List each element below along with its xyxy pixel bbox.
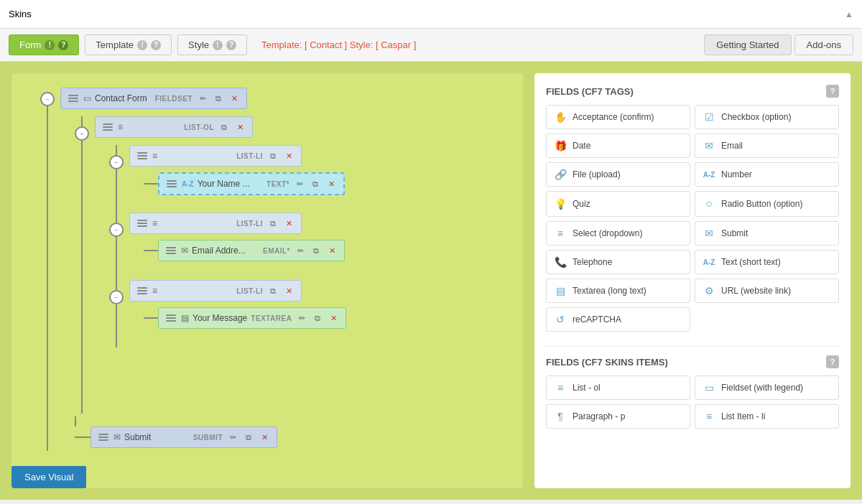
template-info-icon[interactable]: ! <box>137 40 147 50</box>
list-li3-copy-icon[interactable]: ⧉ <box>267 284 279 297</box>
email-close-icon[interactable]: ✕ <box>325 244 338 257</box>
collapse-arrow[interactable]: ▲ <box>845 9 853 19</box>
canvas-scroll[interactable]: − ▭ Contact Form FIELDSET ✏ <box>11 73 523 488</box>
skins-list-item[interactable]: ≡ List Item - li <box>695 404 839 429</box>
list-li2-copy-icon[interactable]: ⧉ <box>267 217 279 230</box>
cf7-tags-help[interactable]: ? <box>826 85 839 98</box>
list-li1-drag[interactable] <box>136 151 149 161</box>
template-help-icon[interactable]: ? <box>151 40 161 50</box>
submit-drag[interactable] <box>97 432 110 442</box>
field-recaptcha[interactable]: ↺ reCAPTCHA <box>546 307 690 332</box>
select-icon: ≡ <box>554 228 567 239</box>
skins-fieldset-icon: ▭ <box>703 382 715 393</box>
submit-copy-icon[interactable]: ⧉ <box>242 431 255 444</box>
root-connector: − <box>40 92 55 106</box>
list-li1-copy-icon[interactable]: ⧉ <box>267 149 279 162</box>
textarea-drag[interactable] <box>164 313 177 323</box>
field-submit[interactable]: ✉ Submit <box>695 221 839 246</box>
list-li1-icon: ≡ <box>152 151 157 161</box>
cf7-tags-section: FIELDS (CF7 TAGS) ? ✋ Acceptance (confir… <box>546 85 839 332</box>
fieldset-label: Contact Form <box>95 93 152 103</box>
fieldset-drag[interactable] <box>67 93 80 103</box>
cf7-tags-title: FIELDS (CF7 TAGS) ? <box>546 85 839 98</box>
list-li2-tag: LIST-LI <box>236 220 263 228</box>
skins-fieldset-label: Fieldset (with legend) <box>721 383 803 393</box>
tab-form[interactable]: Form ! ? <box>9 34 79 55</box>
file-icon: 🔗 <box>554 169 567 180</box>
fieldset-edit-icon[interactable]: ✏ <box>196 92 209 105</box>
tab-template[interactable]: Template ! ? <box>85 34 172 55</box>
field-acceptance[interactable]: ✋ Acceptance (confirm) <box>546 105 690 129</box>
your-name-edit-icon[interactable]: ✏ <box>293 177 306 190</box>
list-ol-close-icon[interactable]: ✕ <box>233 121 246 134</box>
submit-edit-icon[interactable]: ✏ <box>226 431 239 444</box>
add-ons-button[interactable]: Add-ons <box>794 34 853 55</box>
email-copy-icon[interactable]: ⧉ <box>310 244 323 257</box>
getting-started-button[interactable]: Getting Started <box>704 34 791 55</box>
list-ol-drag[interactable] <box>101 122 114 132</box>
your-name-copy-icon[interactable]: ⧉ <box>309 177 322 190</box>
list-li2-connector: − <box>109 223 124 237</box>
list-ol-copy-icon[interactable]: ⧉ <box>218 121 231 134</box>
fieldset-copy-icon[interactable]: ⧉ <box>212 92 225 105</box>
style-info-icon[interactable]: ! <box>213 40 223 50</box>
textarea-copy-icon[interactable]: ⧉ <box>311 312 324 325</box>
email-drag[interactable] <box>164 246 177 256</box>
field-file[interactable]: 🔗 File (upload) <box>546 162 690 187</box>
field-email[interactable]: ✉ Email <box>695 134 839 158</box>
list-li3-close-icon[interactable]: ✕ <box>282 284 295 297</box>
list-li2-close-icon[interactable]: ✕ <box>282 217 295 230</box>
your-name-drag[interactable] <box>165 179 178 189</box>
list-ol-icon: ≡ <box>118 122 123 132</box>
save-visual-button[interactable]: Save Visual <box>11 466 86 488</box>
tab-style[interactable]: Style ! ? <box>177 34 247 55</box>
submit-field-icon: ✉ <box>703 228 715 239</box>
skins-list-ol[interactable]: ≡ List - ol <box>546 375 690 400</box>
list-li1-connector: − <box>109 155 124 169</box>
list-li3-box: ≡ LIST-LI ⧉ ✕ <box>129 280 302 302</box>
field-select[interactable]: ≡ Select (dropdown) <box>546 221 690 246</box>
form-info-icon[interactable]: ! <box>45 40 55 50</box>
textarea-close-icon[interactable]: ✕ <box>327 312 340 325</box>
submit-close-icon[interactable]: ✕ <box>258 431 271 444</box>
right-buttons: Getting Started Add-ons <box>704 34 853 55</box>
email-edit-icon[interactable]: ✏ <box>294 244 307 257</box>
form-help-icon[interactable]: ? <box>58 40 68 50</box>
your-name-close-icon[interactable]: ✕ <box>325 177 338 190</box>
textarea-edit-icon[interactable]: ✏ <box>295 312 308 325</box>
right-panel: FIELDS (CF7 TAGS) ? ✋ Acceptance (confir… <box>534 73 851 488</box>
list-li3-drag[interactable] <box>136 286 149 296</box>
cf7-skins-help[interactable]: ? <box>826 355 839 368</box>
template-label: Template <box>96 39 134 50</box>
field-telephone[interactable]: 📞 Telephone <box>546 250 690 274</box>
textarea-label: Your Message <box>193 313 247 323</box>
field-quiz[interactable]: 💡 Quiz <box>546 191 690 217</box>
date-label: Date <box>573 141 590 151</box>
list-li2-drag[interactable] <box>136 218 149 228</box>
field-radio[interactable]: ○ Radio Button (option) <box>695 191 839 217</box>
field-url[interactable]: ⚙ URL (website link) <box>695 279 839 303</box>
number-label: Number <box>721 169 752 179</box>
recaptcha-label: reCAPTCHA <box>573 314 621 325</box>
checkbox-label: Checkbox (option) <box>721 112 791 122</box>
fieldset-row: ▭ Contact Form FIELDSET ✏ ⧉ ✕ <box>60 88 509 109</box>
email-field-icon: ✉ <box>703 140 715 151</box>
field-checkbox[interactable]: ☑ Checkbox (option) <box>695 105 839 129</box>
list-li1-close-icon[interactable]: ✕ <box>282 149 295 162</box>
radio-label: Radio Button (option) <box>721 199 802 209</box>
skins-list-ol-icon: ≡ <box>554 382 567 393</box>
field-text[interactable]: A-Z Text (short text) <box>695 250 839 274</box>
telephone-icon: 📞 <box>554 256 567 268</box>
skins-fieldset[interactable]: ▭ Fieldset (with legend) <box>695 375 839 400</box>
field-textarea[interactable]: ▤ Textarea (long text) <box>546 279 690 303</box>
field-date[interactable]: 🎁 Date <box>546 134 690 158</box>
field-number[interactable]: A-Z Number <box>695 162 839 187</box>
list-li1-box: ≡ LIST-LI ⧉ ✕ <box>129 145 302 167</box>
number-icon: A-Z <box>703 171 715 179</box>
main-content: − ▭ Contact Form FIELDSET ✏ <box>0 62 862 500</box>
style-help-icon[interactable]: ? <box>226 40 236 50</box>
skins-paragraph[interactable]: ¶ Paragraph - p <box>546 404 690 429</box>
fieldset-close-icon[interactable]: ✕ <box>228 92 241 105</box>
textarea-tag: TEXTAREA <box>251 314 292 322</box>
skins-list-item-icon: ≡ <box>703 411 715 422</box>
